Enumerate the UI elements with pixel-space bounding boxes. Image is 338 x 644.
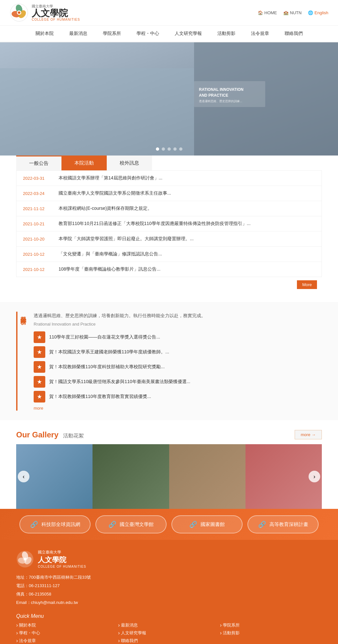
hero-dot-1[interactable]	[156, 147, 159, 151]
footer-quick-link[interactable]: 關於本院	[16, 622, 118, 628]
honor-item-text[interactable]: 賀！本院國語文學系王建國老師榮獲110學年度績優教師。...	[49, 349, 169, 355]
link-button[interactable]: 🔗高等教育深耕計畫	[247, 515, 319, 533]
logo-icon	[10, 3, 28, 22]
link-button[interactable]: 🔗國立臺灣文學館	[95, 515, 167, 533]
footer-quick-link[interactable]: 學院系所	[220, 622, 322, 628]
announce-title[interactable]: 本校國語文學系辦理「第14屆思維與創作研討會」...	[59, 175, 315, 181]
honor-item: ★ 賀！本院國語文學系王建國老師榮獲110學年度績優教師。...	[34, 346, 322, 358]
announce-date: 2022-03-31	[23, 176, 52, 181]
announce-title[interactable]: 108學年度「臺南學概論核心教學影片」訊息公告...	[59, 266, 315, 272]
announce-item: 2021-11-12 本校課程網站(E-course)資料保存期限之規定。	[16, 201, 322, 216]
hero-image: RATIONAL INNOVATION AND PRACTICE 透過邏輯思維、…	[0, 42, 338, 156]
announce-title[interactable]: 國立臺南大學人文學院國語文學系公開徵求系主任故事...	[59, 190, 315, 196]
navbar: 關於本院最新消息學院系所學程・中心人文研究學報活動剪影法令規章聯絡我們	[0, 26, 338, 42]
announce-tabs: 一般公告 本院活動 校外訊息	[16, 156, 322, 170]
footer-quick: Quick Menu 關於本院最新消息學院系所學程・中心人文研究學報活動剪影法令…	[16, 613, 322, 644]
gallery-section: Our Gallery 活動花絮 more → ‹ ›	[0, 420, 338, 509]
star-icon: ★	[37, 378, 42, 385]
link-label: 國立臺灣文學館	[120, 521, 154, 528]
announce-date: 2021-11-12	[23, 206, 52, 211]
gallery-more-button[interactable]: more →	[295, 430, 322, 439]
star-icon: ★	[37, 393, 42, 400]
footer-college: 人文學院	[38, 555, 86, 565]
announce-date: 2021-10-20	[23, 237, 52, 242]
svg-point-5	[18, 11, 20, 14]
gallery-next-button[interactable]: ›	[309, 471, 320, 482]
tab-external[interactable]: 校外訊息	[107, 156, 152, 170]
logo-en: COLLEGE OF HUMANITIES	[32, 18, 80, 21]
honor-item-text[interactable]: 賀！本院教師榮獲110年度教育部教育實習績優獎...	[49, 394, 151, 400]
navbar-item-news[interactable]: 最新消息	[61, 26, 95, 42]
hero-dot-5[interactable]	[179, 147, 182, 151]
honor-subtitle: Rrational Innovation and Practice	[34, 322, 322, 327]
hero-bg-svg: RATIONAL INNOVATION AND PRACTICE 透過邏輯思維、…	[0, 42, 338, 156]
honor-badge: ★	[34, 391, 45, 403]
honor-item-text[interactable]: 賀！國語文學系110級唐愷翎系友參與110年臺南美展書法類榮獲優選...	[49, 379, 190, 385]
navbar-item-contact[interactable]: 聯絡我們	[277, 26, 311, 42]
link-button[interactable]: 🔗科技部全球資訊網	[19, 515, 91, 533]
logo-area: 國立臺南大學 人文學院 COLLEGE OF HUMANITIES	[10, 3, 80, 22]
announce-date: 2021-10-21	[23, 221, 52, 226]
gallery-subtitle: 活動花絮	[63, 433, 84, 438]
footer-quick-link[interactable]: 學程・中心	[16, 630, 118, 636]
hero: RATIONAL INNOVATION AND PRACTICE 透過邏輯思維、…	[0, 42, 338, 156]
announce-list: 2022-03-31 本校國語文學系辦理「第14屆思維與創作研討會」... 20…	[16, 170, 322, 277]
home-icon: 🏠	[258, 10, 263, 15]
nutn-link[interactable]: 🏫 NUTN	[283, 10, 301, 15]
honor-sidebar: 榮譽榜	[16, 312, 27, 411]
navbar-item-departments[interactable]: 學院系所	[95, 26, 129, 42]
honor-content: 透過邏輯思維、歷史思辨的訓練，培養創新能力。執行任務時能全力以赴，務實完成。 R…	[34, 312, 322, 411]
honor-more-link[interactable]: more	[34, 406, 322, 411]
footer-quick-link[interactable]: 最新消息	[118, 622, 220, 628]
link-icon: 🔗	[30, 521, 38, 528]
navbar-item-programs[interactable]: 學程・中心	[129, 26, 167, 42]
announce-title[interactable]: 本學院「大師講堂學習護照」即日起廢止。大師講堂則廢置辦理。...	[59, 236, 315, 242]
footer-univ: 國立臺南大學	[38, 550, 86, 555]
navbar-item-regulations[interactable]: 法令規章	[243, 26, 277, 42]
hero-dot-4[interactable]	[173, 147, 177, 151]
announce-more: More	[16, 277, 322, 292]
gallery-images: ‹ ›	[16, 444, 322, 509]
footer-logo-area: 國立臺南大學 人文學院 COLLEGE OF HUMANITIES	[16, 550, 322, 568]
header: 國立臺南大學 人文學院 COLLEGE OF HUMANITIES 🏠 HOME…	[0, 0, 338, 26]
footer-college-en: COLLEGE OF HUMANITIES	[38, 565, 86, 568]
svg-rect-7	[0, 68, 194, 156]
navbar-item-gallery[interactable]: 活動剪影	[210, 26, 243, 42]
footer-quick-link[interactable]: 人文研究學報	[118, 630, 220, 636]
honor-item-text[interactable]: 賀！本院教師榮獲110年度科技部補助大專校院研究獎勵...	[49, 364, 165, 370]
announce-title[interactable]: 「文化變遷」與「臺南學概論」修課抵認訊息公告...	[59, 251, 315, 257]
home-label: HOME	[264, 10, 277, 15]
globe-icon: 🌐	[308, 10, 313, 15]
footer-quick-link[interactable]: 聯絡我們	[118, 638, 220, 644]
hero-dot-2[interactable]	[162, 147, 165, 151]
announce-more-button[interactable]: More	[297, 280, 317, 289]
footer-quick-link[interactable]: 法令規章	[16, 638, 118, 644]
star-icon: ★	[37, 363, 42, 370]
honor-item: ★ 賀！本院教師榮獲110年度教育部教育實習績優獎...	[34, 391, 322, 403]
tab-general[interactable]: 一般公告	[16, 156, 61, 170]
navbar-item-journal[interactable]: 人文研究學報	[167, 26, 210, 42]
announce-item: 2022-03-31 本校國語文學系辦理「第14屆思維與創作研討會」...	[16, 171, 322, 186]
honor-badge: ★	[34, 376, 45, 388]
navbar-item-about[interactable]: 關於本院	[28, 26, 61, 42]
link-button[interactable]: 🔗國家圖書館	[171, 515, 243, 533]
tab-activity[interactable]: 本院活動	[61, 156, 107, 170]
link-icon: 🔗	[189, 521, 197, 528]
announce-title[interactable]: 本校課程網站(E-course)資料保存期限之規定。	[59, 206, 315, 211]
announce-item: 2021-10-12 108學年度「臺南學概論核心教學影片」訊息公告...	[16, 262, 322, 277]
honor-item-text[interactable]: 110學年度三好校園——自在蓮花文學獎入選得獎公告...	[49, 334, 160, 340]
footer-quick-link[interactable]: 活動剪影	[220, 630, 322, 636]
english-link[interactable]: 🌐 English	[308, 10, 328, 15]
announce-date: 2022-03-24	[23, 191, 52, 196]
honor-item: ★ 110學年度三好校園——自在蓮花文學獎入選得獎公告...	[34, 331, 322, 343]
gallery-header: Our Gallery 活動花絮 more →	[16, 430, 322, 439]
gallery-title: Our Gallery	[16, 430, 59, 439]
gallery-image-2	[93, 444, 169, 509]
hero-dot-3[interactable]	[168, 147, 171, 151]
gallery-prev-button[interactable]: ‹	[18, 471, 29, 482]
announce-item: 2021-10-12 「文化變遷」與「臺南學概論」修課抵認訊息公告...	[16, 247, 322, 262]
gallery-img-ph-3	[169, 444, 245, 509]
home-link[interactable]: 🏠 HOME	[258, 10, 277, 15]
announce-title[interactable]: 教育部110年10月21日函送修正「大專校院110學年度因應嚴重特殊傳染性肺炎防…	[59, 221, 315, 227]
footer-quick-grid: 關於本院最新消息學院系所學程・中心人文研究學報活動剪影法令規章聯絡我們	[16, 622, 322, 644]
